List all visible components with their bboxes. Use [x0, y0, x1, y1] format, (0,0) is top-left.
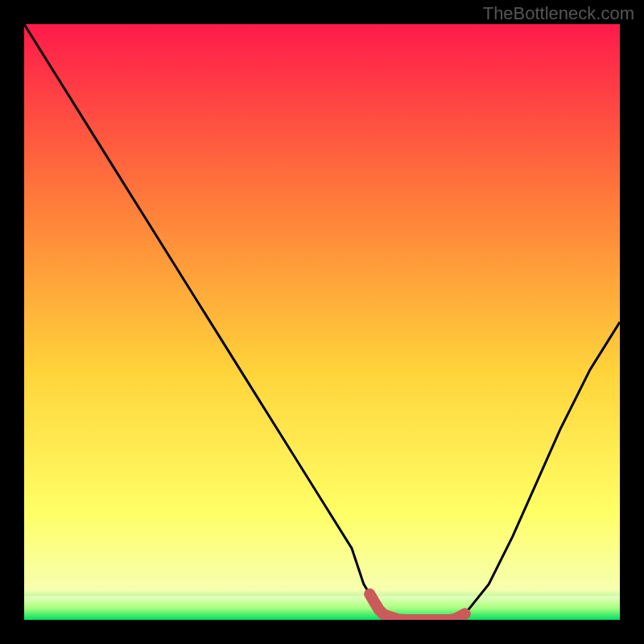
flat-region-end-dot: [460, 609, 471, 620]
green-band: [24, 596, 620, 620]
watermark-text: TheBottleneck.com: [483, 3, 634, 24]
gradient-background: [24, 24, 620, 620]
chart-area: [24, 24, 620, 620]
chart-svg: [24, 24, 620, 620]
